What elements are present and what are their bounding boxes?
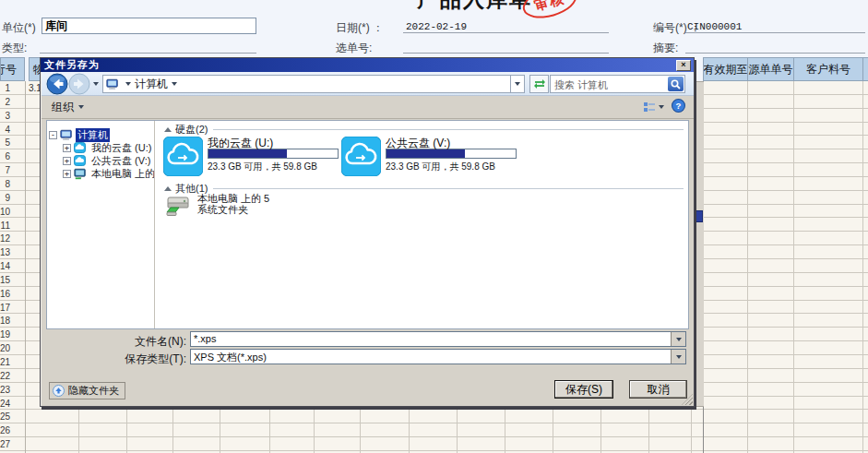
hide-folders-icon <box>53 385 65 397</box>
summary-underline[interactable] <box>685 53 865 54</box>
group-header-drives[interactable]: 硬盘(2) <box>164 124 684 135</box>
screen: 产品入库单 审核 单位(*) ： 库间 日期(*) ： 2022-02-19 编… <box>0 0 868 453</box>
drive-tile[interactable]: 公共云盘 (V:)23.3 GB 可用，共 59.8 GB <box>341 136 517 178</box>
chevron-down-icon <box>78 105 84 109</box>
row-number: 1 <box>0 81 10 95</box>
code-underline <box>685 32 865 33</box>
hide-folders-button[interactable]: 隐藏文件夹 <box>49 382 125 399</box>
back-button[interactable] <box>46 73 68 95</box>
folder-tree: -计算机+我的云盘 (U:)+公共云盘 (V:)+本地电脑 上的 5 <box>47 121 155 328</box>
search-input[interactable]: 搜索 计算机 <box>550 75 685 93</box>
table-vertical-scrollbar[interactable] <box>695 81 704 407</box>
breadcrumb[interactable]: 计算机 <box>102 75 511 93</box>
page-title: 产品入库单 <box>417 0 532 14</box>
grid-line <box>747 81 748 453</box>
cloud-drive-icon <box>163 137 203 176</box>
pick-underline[interactable] <box>403 53 609 54</box>
collapse-icon <box>164 127 172 132</box>
organize-label: 组织 <box>52 100 74 115</box>
cloudsm-icon <box>74 155 88 167</box>
chevron-down-icon <box>515 82 520 86</box>
tree-item-label[interactable]: 公共云盘 (V:) <box>89 154 152 168</box>
refresh-icon <box>533 78 546 89</box>
dialog-titlebar[interactable]: 文件另存为 × <box>41 58 694 72</box>
row-number: 18 <box>0 314 10 328</box>
group-divider <box>213 129 684 130</box>
tree-expander[interactable]: + <box>63 157 71 165</box>
close-icon: × <box>681 60 685 69</box>
save-as-dialog: 文件另存为 × 计算机 搜索 计算机 <box>40 57 695 407</box>
drive-tile[interactable]: 我的云盘 (U:)23.3 GB 可用，共 59.8 GB <box>163 136 339 178</box>
chevron-down-icon <box>676 338 682 341</box>
tree-expander[interactable]: + <box>63 144 71 152</box>
refresh-button[interactable] <box>529 75 549 93</box>
file-list: 硬盘(2) 我的云盘 (U:)23.3 GB 可用，共 59.8 GB公共云盘 … <box>156 121 689 328</box>
unit-input[interactable]: 库间 <box>42 18 256 34</box>
netpc-icon <box>74 168 88 180</box>
tree-item-label[interactable]: 我的云盘 (U:) <box>89 141 153 155</box>
tree-item[interactable]: +我的云盘 (U:) <box>47 141 154 154</box>
recent-pages-caret-icon[interactable] <box>93 82 99 86</box>
row-number: 7 <box>0 163 10 177</box>
savetype-dropdown-button[interactable] <box>671 350 685 364</box>
tree-expander[interactable]: - <box>49 131 57 139</box>
savetype-value[interactable]: XPS 文档(*.xps) <box>194 351 267 364</box>
row-number: 17 <box>0 301 10 315</box>
row-number-column: 1234567891011121314151617181920212223242… <box>0 81 25 453</box>
cancel-button[interactable]: 取消 <box>629 380 687 399</box>
code-value[interactable]: CIN000001 <box>687 21 742 32</box>
computer-icon <box>60 129 74 141</box>
tree-item[interactable]: -计算机 <box>47 128 154 141</box>
filename-dropdown-button[interactable] <box>671 332 685 346</box>
date-value[interactable]: 2022-02-19 <box>406 21 467 32</box>
search-button[interactable] <box>668 77 684 91</box>
forward-arrow-icon <box>68 73 90 95</box>
search-icon <box>671 79 681 89</box>
help-button[interactable]: ? <box>672 99 685 115</box>
tree-item-label[interactable]: 计算机 <box>76 128 110 142</box>
breadcrumb-root-caret-icon[interactable] <box>125 82 131 86</box>
row-number: 22 <box>0 369 10 383</box>
breadcrumb-item-caret-icon[interactable] <box>172 82 177 86</box>
cloudsm-icon <box>74 142 88 154</box>
tree-expander[interactable]: + <box>63 170 71 178</box>
dialog-title: 文件另存为 <box>44 58 100 72</box>
hide-folders-label: 隐藏文件夹 <box>68 384 119 398</box>
filename-value[interactable]: *.xps <box>194 333 216 344</box>
dialog-toolbar: 组织 ? <box>42 96 694 119</box>
filename-combo[interactable]: *.xps <box>190 331 686 347</box>
row-number: 20 <box>0 341 10 355</box>
grid-line <box>25 81 26 453</box>
back-arrow-icon <box>46 73 68 95</box>
scrollbar-thumb[interactable] <box>696 210 703 222</box>
date-label: 日期(*) ： <box>336 20 384 36</box>
save-button[interactable]: 保存(S) <box>554 380 613 399</box>
organize-button[interactable]: 组织 <box>52 100 84 115</box>
approval-stamp: 审核 <box>519 0 580 24</box>
column-header-rowno[interactable]: 行号 <box>0 57 25 81</box>
tree-item-label[interactable]: 本地电脑 上的 5 <box>89 167 155 181</box>
drive-usage-bar <box>386 149 517 159</box>
row-number: 5 <box>0 136 10 149</box>
row-number: 23 <box>0 383 10 397</box>
breadcrumb-item[interactable]: 计算机 <box>135 77 168 92</box>
place-item[interactable]: 本地电脑 上的 5系统文件夹 <box>164 193 269 221</box>
row-number: 24 <box>0 397 10 411</box>
chevron-down-icon <box>676 355 682 359</box>
savetype-combo[interactable]: XPS 文档(*.xps) <box>190 349 686 364</box>
row-number: 12 <box>0 232 10 245</box>
row-number: 11 <box>0 219 10 232</box>
forward-button[interactable] <box>68 73 90 95</box>
views-button[interactable] <box>643 101 664 113</box>
column-header-partial[interactable] <box>862 57 868 81</box>
tree-item[interactable]: +本地电脑 上的 5 <box>47 167 154 180</box>
close-button[interactable]: × <box>676 60 691 71</box>
column-header[interactable]: 源单单号 <box>747 57 794 81</box>
previous-locations-button[interactable] <box>511 75 525 93</box>
row-number: 27 <box>0 437 10 451</box>
column-header[interactable]: 客户料号 <box>793 57 863 81</box>
tree-item[interactable]: +公共云盘 (V:) <box>47 154 154 167</box>
type-underline[interactable] <box>40 53 256 54</box>
drive-usage-fill <box>386 149 465 158</box>
column-header[interactable]: 有效期至 <box>703 57 748 81</box>
